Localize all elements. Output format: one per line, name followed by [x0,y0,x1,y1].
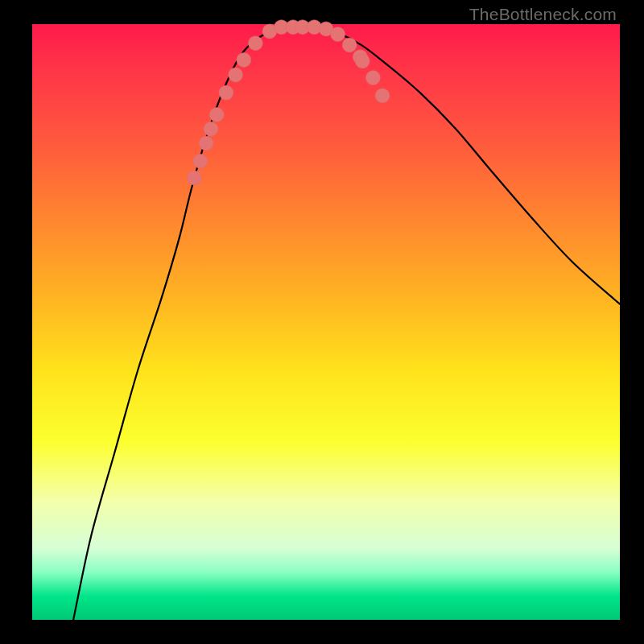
data-marker [219,85,233,100]
data-marker [187,171,201,185]
data-marker [237,52,251,67]
curve-layer [32,24,620,620]
data-marker [248,36,262,51]
plot-area [32,24,620,620]
data-marker [199,136,213,151]
data-marker [331,27,345,42]
data-marker [204,122,218,136]
watermark-text: TheBottleneck.com [469,5,617,24]
data-marker [365,71,380,85]
data-marker [342,38,357,52]
data-marker [355,54,369,68]
data-marker [375,89,390,103]
data-marker [193,154,208,168]
chart-frame: TheBottleneck.com [0,0,644,644]
data-marker [209,107,224,122]
data-marker [229,68,243,82]
bottleneck-curve [73,27,620,620]
